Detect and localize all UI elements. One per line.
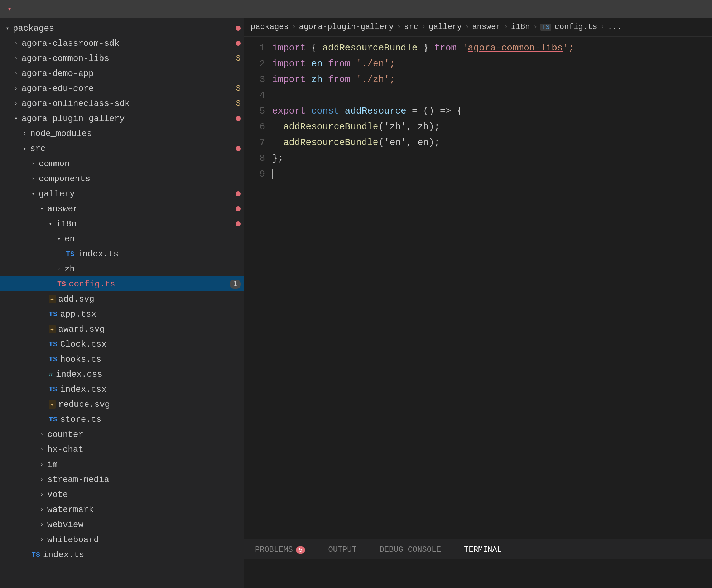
panel-tab-problems[interactable]: PROBLEMS5 xyxy=(244,541,317,559)
dot-badge xyxy=(236,41,241,46)
item-label: watermark xyxy=(47,505,241,515)
sidebar-item-agora-common-libs[interactable]: agora-common-libsS xyxy=(0,51,244,66)
item-label: answer xyxy=(47,204,236,214)
item-label: index.ts xyxy=(77,249,241,259)
sidebar-item-node_modules[interactable]: node_modules xyxy=(0,126,244,141)
panel-tab-label: PROBLEMS xyxy=(255,545,293,554)
folder-chevron xyxy=(23,145,30,152)
code-token: agora-common-libs xyxy=(468,43,563,53)
sidebar-item-award-svg[interactable]: ✦award.svg xyxy=(0,322,244,337)
code-token: '; xyxy=(563,43,574,53)
sidebar-item-index-ts-en[interactable]: TSindex.ts xyxy=(0,246,244,261)
sidebar-item-i18n[interactable]: i18n xyxy=(0,216,244,231)
sidebar-item-index-ts-root[interactable]: TSindex.ts xyxy=(0,547,244,562)
item-label: vote xyxy=(47,490,241,500)
sidebar-item-agora-classroom-sdk[interactable]: agora-classroom-sdk xyxy=(0,36,244,51)
sidebar-item-whiteboard[interactable]: whiteboard xyxy=(0,532,244,547)
item-label: im xyxy=(47,460,241,469)
sidebar-item-agora-plugin-gallery[interactable]: agora-plugin-gallery xyxy=(0,111,244,126)
file-type-icon: ✦ xyxy=(49,325,56,333)
sidebar-item-common[interactable]: common xyxy=(0,156,244,171)
item-label: gallery xyxy=(39,189,236,199)
sidebar-item-store-ts[interactable]: TSstore.ts xyxy=(0,412,244,427)
sidebar-item-vote[interactable]: vote xyxy=(0,487,244,502)
item-label: zh xyxy=(64,264,241,274)
breadcrumb-separator: › xyxy=(421,23,426,32)
item-label: common xyxy=(39,159,241,169)
tab-badge: 5 xyxy=(296,546,306,554)
sidebar-item-im[interactable]: im xyxy=(0,457,244,472)
code-token: import xyxy=(272,58,306,69)
panel-tab-debug-console[interactable]: DEBUG CONSOLE xyxy=(368,541,453,559)
item-label: hx-chat xyxy=(47,445,241,454)
sidebar-item-reduce-svg[interactable]: ✦reduce.svg xyxy=(0,397,244,412)
dot-badge xyxy=(236,116,241,121)
code-lines: import { addResourceBundle } from 'agora… xyxy=(272,40,712,535)
folder-chevron xyxy=(40,431,47,438)
code-token: import xyxy=(272,74,306,85)
folder-chevron xyxy=(40,461,47,468)
panel-tab-output[interactable]: OUTPUT xyxy=(317,541,368,559)
file-type-icon: TS xyxy=(49,355,57,363)
code-token: './en'; xyxy=(350,58,395,69)
code-token: from xyxy=(328,74,350,85)
sidebar-item-watermark[interactable]: watermark xyxy=(0,502,244,517)
sidebar-item-hooks-ts[interactable]: TShooks.ts xyxy=(0,352,244,367)
breadcrumb-separator: › xyxy=(396,23,401,32)
code-line: addResourceBundle('en', en); xyxy=(272,135,705,150)
dot-badge xyxy=(236,146,241,151)
item-label: agora-plugin-gallery xyxy=(21,114,236,124)
sidebar-item-stream-media[interactable]: stream-media xyxy=(0,472,244,487)
sidebar-item-packages[interactable]: packages xyxy=(0,21,244,36)
sidebar-item-agora-demo-app[interactable]: agora-demo-app xyxy=(0,66,244,81)
folder-chevron xyxy=(6,25,13,32)
folder-chevron xyxy=(32,160,39,167)
breadcrumb-item: config.ts xyxy=(555,23,597,32)
sidebar-item-index-tsx[interactable]: TSindex.tsx xyxy=(0,382,244,397)
sidebar-item-Clock-tsx[interactable]: TSClock.tsx xyxy=(0,337,244,352)
sidebar-item-app-tsx[interactable]: TSapp.tsx xyxy=(0,307,244,322)
code-line: import en from './en'; xyxy=(272,56,705,72)
sidebar-item-add-svg[interactable]: ✦add.svg xyxy=(0,291,244,307)
folder-chevron xyxy=(14,85,21,92)
folder-chevron xyxy=(32,175,39,182)
editor-area[interactable]: 123456789 import { addResourceBundle } f… xyxy=(244,37,712,539)
sidebar-item-en[interactable]: en xyxy=(0,231,244,246)
sidebar-item-zh[interactable]: zh xyxy=(0,261,244,276)
code-line: }; xyxy=(272,150,705,166)
item-label: node_modules xyxy=(30,129,241,139)
sidebar: packagesagora-classroom-sdkagora-common-… xyxy=(0,18,244,588)
s-badge: S xyxy=(236,54,241,63)
sidebar-item-counter[interactable]: counter xyxy=(0,427,244,442)
item-label: components xyxy=(39,174,241,184)
file-type-icon: TS xyxy=(49,415,57,424)
panel-content xyxy=(244,559,712,588)
folder-chevron xyxy=(32,190,39,197)
panel-tabs: PROBLEMS5OUTPUTDEBUG CONSOLETERMINAL xyxy=(244,539,712,559)
breadcrumb-item: src xyxy=(404,23,418,32)
panel-tab-terminal[interactable]: TERMINAL xyxy=(452,541,513,559)
sidebar-item-agora-edu-core[interactable]: agora-edu-coreS xyxy=(0,81,244,96)
sidebar-item-components[interactable]: components xyxy=(0,171,244,186)
item-label: index.css xyxy=(56,370,241,379)
sidebar-item-webview[interactable]: webview xyxy=(0,517,244,532)
breadcrumb-separator: › xyxy=(600,23,605,32)
sidebar-item-index-css[interactable]: #index.css xyxy=(0,367,244,382)
line-number: 8 xyxy=(244,150,265,166)
item-label: add.svg xyxy=(58,294,241,304)
panel-tab-label: OUTPUT xyxy=(328,545,356,554)
code-token: { xyxy=(306,43,323,53)
breadcrumb-separator: › xyxy=(292,23,296,32)
sidebar-item-config-ts[interactable]: TSconfig.ts1 xyxy=(0,276,244,291)
sidebar-item-agora-onlineclass-sdk[interactable]: agora-onlineclass-sdkS xyxy=(0,96,244,111)
sidebar-item-answer[interactable]: answer xyxy=(0,201,244,216)
editor-pane: packages›agora-plugin-gallery›src›galler… xyxy=(244,18,712,588)
item-label: award.svg xyxy=(58,324,241,334)
sidebar-item-gallery[interactable]: gallery xyxy=(0,186,244,201)
item-label: whiteboard xyxy=(47,535,241,545)
bottom-panel: PROBLEMS5OUTPUTDEBUG CONSOLETERMINAL xyxy=(244,539,712,588)
sidebar-item-hx-chat[interactable]: hx-chat xyxy=(0,442,244,457)
sidebar-item-src[interactable]: src xyxy=(0,141,244,156)
file-type-icon: # xyxy=(49,370,53,379)
code-token: from xyxy=(434,43,457,53)
